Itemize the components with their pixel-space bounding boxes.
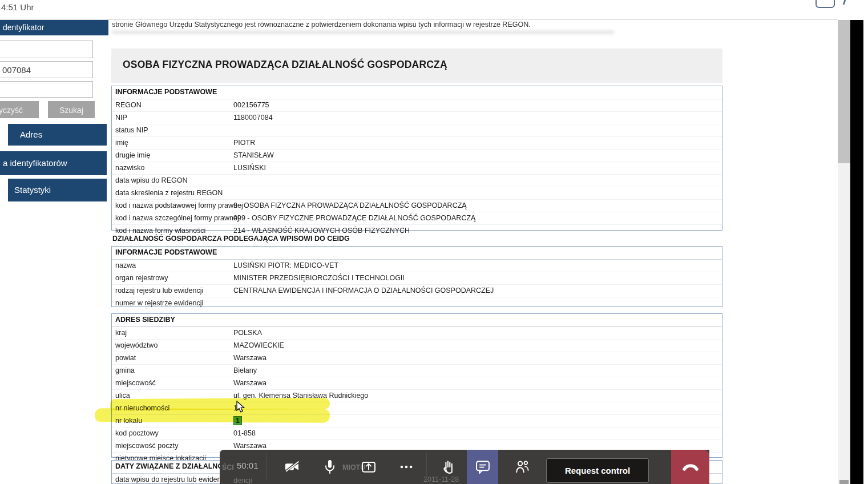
row-label: data wpisu do rejestru lub ewidencji [115,475,228,483]
table-row: NIP1180007084 [112,112,722,124]
chat-icon [474,458,491,475]
row-value: Warszawa [233,379,267,387]
table-row: REGON002156775 [112,99,722,112]
row-value: 214 - WŁASNOŚĆ KRAJOWYCH OSÓB FIZYCZNYCH [233,227,410,235]
black-edge-strip [850,20,863,484]
row-label: kod i nazwa podstawowej formy prawnej [115,201,243,209]
people-icon[interactable] [514,458,531,475]
sidebar-item-identyfikatory[interactable]: a identyfikatorów [0,151,107,175]
table-section-header: ADRES SIEDZIBY [112,314,722,327]
row-label: organ rejestrowy [115,274,168,282]
raise-hand-icon[interactable] [440,458,457,475]
row-label: status NIP [115,126,148,134]
table-row: status NIP [112,124,722,137]
row-label: NIP [115,114,127,122]
row-value: 01-858 [233,429,256,437]
row-label: numer w rejestrze ewidencji [115,299,203,307]
row-value: LUSIŃSKI [233,164,266,172]
row-label: nazwa [115,261,136,269]
ceidg-section-title: DZIAŁALNOŚĆ GOSPODARCZA PODLEGAJĄCA WPIS… [112,235,350,243]
table-row: województwoMAZOWIECKIE [112,340,722,352]
row-value: 9 - OSOBA FIZYCZNA PROWADZĄCA DZIAŁALNOŚ… [233,201,467,209]
scrollbar-bottom-arrow[interactable] [839,480,849,484]
table-row: gminaBielany [112,365,722,377]
row-label: miejscowość poczty [115,442,178,450]
row-label: nazwisko [115,164,144,172]
share-screen-icon[interactable] [360,458,377,475]
row-label: drugie imię [115,151,150,159]
table-row: kod i nazwa podstawowej formy prawnej9 -… [112,200,722,212]
page-title: OSOBA FIZYCZNA PROWADZĄCA DZIAŁALNOŚĆ GO… [123,59,447,71]
table-ceidg-info: INFORMACJE PODSTAWOWEnazwaLUSIŃSKI PIOTR… [111,246,722,307]
row-label: data wpisu do REGON [115,176,187,184]
table-row: nazwiskoLUSIŃSKI [112,162,722,175]
row-value: MAZOWIECKIE [233,341,284,349]
clear-button[interactable]: yczyść [0,101,39,118]
microphone-icon[interactable] [321,458,338,475]
popout-window-icon[interactable] [815,0,835,8]
teams-top-strip [0,0,868,19]
scrollbar-thumb[interactable] [838,20,850,163]
table-section-header: INFORMACJE PODSTAWOWE [112,86,722,99]
row-value: 002156775 [233,101,269,109]
divider [0,19,838,20]
search-button[interactable]: Szukaj [48,101,95,118]
sidebar-item-statystyki[interactable]: Statystyki [8,179,107,201]
teams-call-toolbar: ŚCI MIOTU 2011-11-28 dencji 50:01 [220,450,709,484]
row-label: data skreślenia z rejestru REGON [115,189,223,197]
chat-button-active[interactable] [467,450,498,484]
mouse-cursor-icon [236,401,246,416]
row-value: Bielany [233,366,257,374]
table-row: nazwaLUSIŃSKI PIOTR: MEDICO-VET [112,260,722,272]
ghost-text-dencji: dencji [233,477,252,484]
table-row: krajPOLSKA [112,327,722,340]
table-row: powiatWarszawa [112,352,722,365]
more-options-icon[interactable] [398,458,415,475]
table-row: organ rejestrowyMINISTER PRZEDSIĘBIORCZO… [112,272,722,285]
row-value: Warszawa [233,354,267,362]
row-value: 1180007084 [233,114,273,122]
table-row: miejscowośćWarszawa [112,377,722,390]
row-value: POLSKA [233,329,262,337]
row-label: rodzaj rejestru lub ewidencji [115,287,203,295]
row-label: kod pocztowy [115,429,159,437]
ghost-text-sci: ŚCI [222,463,234,471]
intro-paragraph: stronie Głównego Urzędu Statystycznego j… [112,21,722,29]
row-label: imię [115,139,128,147]
row-value: STANISŁAW [233,151,274,159]
blurred-text-artifact [112,30,614,34]
toolbar-separator [267,453,267,481]
row-value: LUSIŃSKI PIOTR: MEDICO-VET [233,261,338,269]
screen-share-view: 4:51 Uhr dentyfikator 007084 yczyść Szuk… [0,0,868,484]
clock-timestamp: 4:51 Uhr [1,2,34,12]
row-value: CENTRALNA EWIDENCJA I INFORMACJA O DZIAŁ… [233,287,494,295]
yellow-highlight-stroke-2 [95,408,330,423]
row-value: PIOTR [233,139,255,147]
search-input-empty-1[interactable] [0,41,93,58]
row-label: gmina [115,366,135,374]
table-basic-info: INFORMACJE PODSTAWOWEREGON002156775NIP11… [111,86,722,231]
nip-search-input[interactable]: 007084 [0,61,93,78]
request-control-button[interactable]: Request control [546,458,649,483]
row-label: kod i nazwa szczególnej formy prawnej [115,214,239,222]
hang-up-button[interactable] [671,450,709,484]
row-label: kod i nazwa formy własności [115,227,205,235]
sidebar-header-identyfikator: dentyfikator [0,20,108,35]
camera-off-icon[interactable] [284,458,301,475]
row-value: Warszawa [233,442,267,450]
table-row: kod i nazwa szczególnej formy prawnej099… [112,212,722,225]
table-row: drugie imięSTANISŁAW [112,150,722,162]
call-timer: 50:01 [237,461,259,470]
row-label: województwo [115,341,158,349]
row-label: REGON [115,101,142,109]
row-label: miejscowość [115,379,156,387]
table-row: imięPIOTR [112,137,722,150]
table-row: data wpisu do REGON [112,175,722,187]
row-label: ulica [115,392,130,400]
sidebar-item-adres[interactable]: Adres [8,124,107,146]
search-input-empty-2[interactable] [0,81,93,98]
row-value: MINISTER PRZEDSIĘBIORCZOŚCI I TECHNOLOGI… [233,274,405,282]
ghost-text-date: 2011-11-28 [423,475,459,483]
table-address: ADRES SIEDZIBYkrajPOLSKAwojewództwoMAZOW… [111,313,722,458]
row-label: kraj [115,329,127,337]
